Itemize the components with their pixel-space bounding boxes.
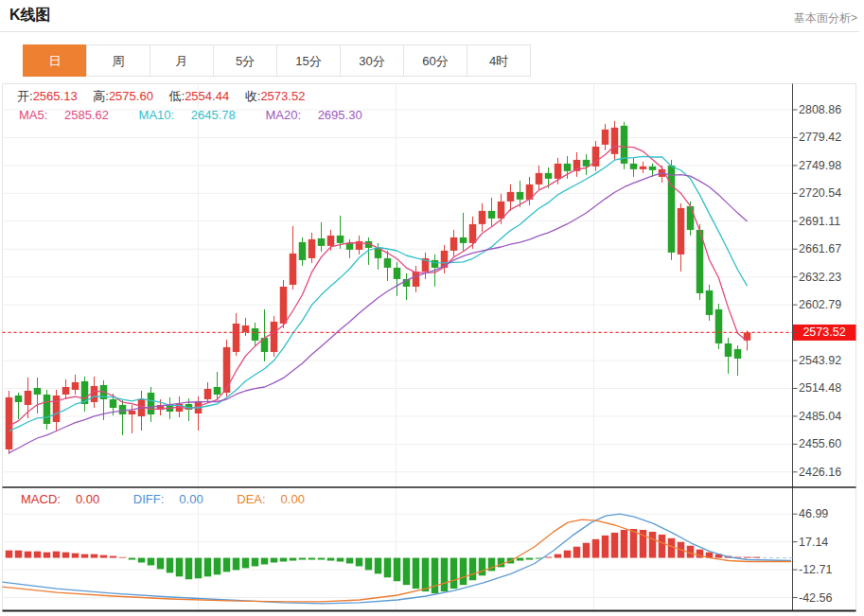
tab-week[interactable]: 周 bbox=[86, 44, 150, 77]
svg-text:2808.86: 2808.86 bbox=[799, 103, 841, 116]
svg-text:-42.56: -42.56 bbox=[799, 591, 832, 605]
ohlc-readout: 开:2565.13 高:2575.60 低:2554.44 收:2573.52 bbox=[17, 88, 317, 105]
tab-15min[interactable]: 15分 bbox=[276, 44, 341, 77]
high-value: 2575.60 bbox=[109, 89, 153, 103]
svg-text:2455.60: 2455.60 bbox=[799, 437, 841, 450]
svg-text:-12.71: -12.71 bbox=[799, 563, 832, 576]
ma5-readout: MA5: 2585.62 bbox=[19, 108, 122, 122]
open-label: 开: bbox=[17, 89, 33, 103]
svg-text:2543.92: 2543.92 bbox=[799, 354, 841, 367]
fundamental-analysis-link[interactable]: 基本面分析> bbox=[794, 10, 857, 26]
close-label: 收: bbox=[245, 89, 261, 103]
low-value: 2554.44 bbox=[185, 89, 229, 103]
tab-30min[interactable]: 30分 bbox=[340, 44, 404, 77]
low-label: 低: bbox=[169, 89, 185, 103]
svg-text:2661.67: 2661.67 bbox=[799, 242, 841, 255]
svg-text:2426.16: 2426.16 bbox=[799, 466, 841, 479]
svg-text:2779.42: 2779.42 bbox=[799, 131, 841, 144]
svg-text:2573.52: 2573.52 bbox=[802, 326, 845, 339]
period-tabbar: 日 周 月 5分 15分 30分 60分 4时 bbox=[23, 44, 531, 77]
close-value: 2573.52 bbox=[260, 89, 305, 103]
svg-text:17.14: 17.14 bbox=[799, 536, 828, 549]
svg-text:2602.79: 2602.79 bbox=[799, 298, 841, 311]
tab-month[interactable]: 月 bbox=[150, 44, 214, 77]
ma20-readout: MA20: 2695.30 bbox=[265, 108, 375, 122]
open-value: 2565.13 bbox=[33, 89, 78, 103]
svg-text:2632.23: 2632.23 bbox=[799, 271, 841, 284]
svg-text:2720.54: 2720.54 bbox=[799, 186, 841, 200]
macd-value-readout: MACD:0.00 bbox=[21, 492, 115, 506]
dea-value-readout: DEA:0.00 bbox=[237, 492, 320, 506]
diff-value-readout: DIFF:0.00 bbox=[133, 492, 219, 506]
svg-text:2514.48: 2514.48 bbox=[799, 381, 841, 395]
macd-readout: MACD:0.00 DIFF:0.00 DEA:0.00 bbox=[21, 492, 335, 506]
tab-5min[interactable]: 5分 bbox=[213, 44, 277, 77]
svg-text:2749.98: 2749.98 bbox=[799, 159, 841, 172]
ma-readout: MA5: 2585.62 MA10: 2645.78 MA20: 2695.30 bbox=[19, 108, 389, 122]
kline-widget: 2573.522808.862779.422749.982720.542691.… bbox=[0, 0, 864, 616]
tab-60min[interactable]: 60分 bbox=[403, 44, 467, 77]
high-label: 高: bbox=[93, 89, 109, 103]
svg-text:46.99: 46.99 bbox=[799, 507, 828, 520]
page-title: K线图 bbox=[9, 6, 51, 26]
tab-4hour[interactable]: 4时 bbox=[467, 44, 531, 77]
tab-day[interactable]: 日 bbox=[23, 44, 87, 77]
ma10-readout: MA10: 2645.78 bbox=[139, 108, 249, 122]
svg-text:2485.04: 2485.04 bbox=[799, 410, 841, 423]
svg-text:2691.11: 2691.11 bbox=[799, 215, 840, 228]
header-divider bbox=[0, 31, 859, 32]
